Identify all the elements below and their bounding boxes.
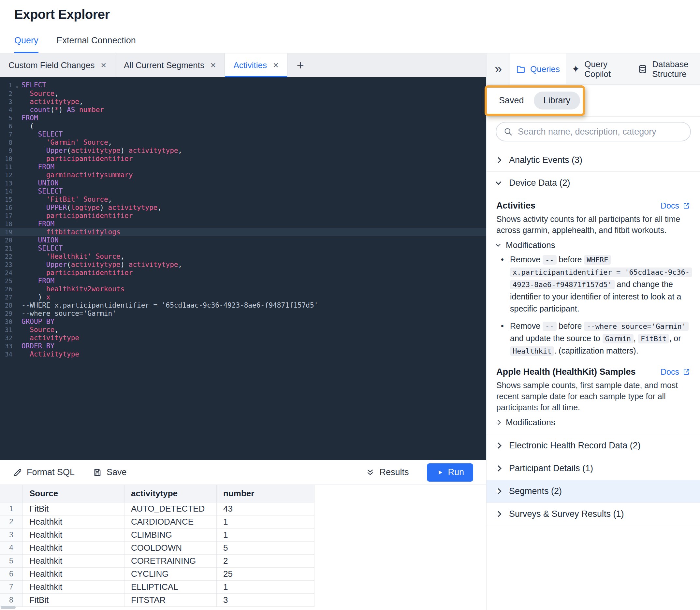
code-line[interactable]: 21 SELECT	[0, 244, 486, 253]
tab-queries[interactable]: Queries	[510, 53, 566, 84]
fold-chevron-icon[interactable]: ⌄	[12, 81, 21, 90]
table-row[interactable]: 3HealthkitCLIMBING1	[0, 529, 315, 542]
add-tab-button[interactable]: +	[287, 53, 313, 77]
docs-link-apple-health[interactable]: Docs	[661, 367, 690, 377]
code-line[interactable]: 3 activitytype,	[0, 98, 486, 106]
inline-code: --	[543, 322, 557, 331]
close-icon[interactable]: ✕	[273, 61, 279, 70]
page-title: Export Explorer	[14, 7, 110, 22]
code-line[interactable]: 1⌄SELECT	[0, 81, 486, 90]
tab-external-connection[interactable]: External Connection	[57, 29, 136, 53]
toggle-library[interactable]: Library	[534, 92, 580, 110]
code-line[interactable]: 24 participantidentifier	[0, 269, 486, 277]
run-button[interactable]: Run	[427, 463, 473, 482]
code-line[interactable]: 11 FROM	[0, 163, 486, 171]
editor-tab-label: All Current Segments	[124, 60, 204, 70]
code-line[interactable]: 22 'Healthkit' Source,	[0, 253, 486, 261]
table-row[interactable]: 2HealthkitCARDIODANCE1	[0, 515, 315, 529]
code-line[interactable]: 13 UNION	[0, 179, 486, 187]
table-row[interactable]: 5HealthkitCORETRAINING2	[0, 555, 315, 568]
tab-query-copilot[interactable]: ✦ Query Copilot	[566, 53, 632, 84]
table-row[interactable]: 1FitBitAUTO_DETECTED43	[0, 502, 315, 515]
code-line[interactable]: 19 fitbitactivitylogs	[0, 228, 486, 236]
section-device-data[interactable]: Device Data (2)	[487, 172, 700, 194]
line-number: 15	[0, 195, 12, 204]
code-text: Upper(activitytype) activitytype,	[21, 147, 182, 155]
table-cell: FitBit	[23, 502, 125, 515]
table-cell: 1	[217, 529, 315, 542]
code-line[interactable]: 25 FROM	[0, 277, 486, 285]
editor-tab-all-current-segments[interactable]: All Current Segments ✕	[115, 53, 225, 77]
code-line[interactable]: 17 participantidentifier	[0, 212, 486, 220]
section-analytic-events[interactable]: Analytic Events (3)	[487, 149, 700, 172]
column-header-source[interactable]: Source	[23, 485, 125, 502]
editor-tab-label: Custom Field Changes	[9, 60, 95, 70]
results-toggle-button[interactable]: Results	[366, 467, 409, 477]
code-line[interactable]: 33ORDER BY	[0, 342, 486, 350]
main-area: Custom Field Changes ✕ All Current Segme…	[0, 53, 700, 610]
line-number: 4	[0, 106, 12, 114]
search-input[interactable]	[518, 127, 683, 137]
table-row[interactable]: 4HealthkitCOOLDOWN5	[0, 542, 315, 555]
format-sql-button[interactable]: Format SQL	[13, 467, 75, 477]
column-header-activitytype[interactable]: activitytype	[125, 485, 217, 502]
code-line[interactable]: 20 UNION	[0, 236, 486, 244]
view-toggle-row: Saved Library	[487, 85, 700, 117]
code-line[interactable]: 12 garminactivitysummary	[0, 171, 486, 179]
line-number: 8	[0, 139, 12, 147]
code-line[interactable]: 18 FROM	[0, 220, 486, 228]
section-electronic-health-record-data[interactable]: Electronic Health Record Data (2)	[487, 434, 700, 457]
code-line[interactable]: 4 count(*) AS number	[0, 106, 486, 114]
close-icon[interactable]: ✕	[210, 61, 216, 70]
code-line[interactable]: 2 Source,	[0, 90, 486, 98]
code-line[interactable]: 34 Activitytype	[0, 350, 486, 358]
line-number: 2	[0, 90, 12, 98]
section-surveys-survey-results[interactable]: Surveys & Survey Results (1)	[487, 502, 700, 525]
section-segments[interactable]: Segments (2)	[487, 480, 700, 502]
database-icon	[638, 64, 648, 74]
horizontal-scrollbar[interactable]	[1, 606, 16, 609]
code-line[interactable]: 15 'FitBit' Source,	[0, 195, 486, 204]
code-line[interactable]: 30GROUP BY	[0, 318, 486, 326]
line-number: 28	[0, 301, 12, 309]
code-line[interactable]: 8 'Garmin' Source,	[0, 139, 486, 147]
code-line[interactable]: 5FROM	[0, 114, 486, 122]
toggle-saved[interactable]: Saved	[499, 95, 524, 106]
code-line[interactable]: 27 ) x	[0, 293, 486, 301]
code-line[interactable]: 23 Upper(activitytype) activitytype,	[0, 261, 486, 269]
code-line[interactable]: 16 UPPER(logtype) activitytype,	[0, 204, 486, 212]
sql-editor[interactable]: 1⌄SELECT2 Source,3 activitytype,4 count(…	[0, 77, 486, 460]
editor-tab-custom-field-changes[interactable]: Custom Field Changes ✕	[0, 53, 115, 77]
tab-query[interactable]: Query	[14, 29, 38, 53]
table-row[interactable]: 7HealthkitELLIPTICAL1	[0, 581, 315, 594]
code-line[interactable]: 32 activitytype	[0, 334, 486, 342]
modifications-toggle-activities[interactable]: Modifications	[496, 240, 690, 250]
code-line[interactable]: 31 Source,	[0, 326, 486, 334]
inline-code: Garmin	[603, 334, 634, 343]
column-header-number[interactable]: number	[217, 485, 315, 502]
code-text: GROUP BY	[21, 318, 54, 326]
search-box[interactable]	[496, 122, 691, 141]
code-line[interactable]: 7 SELECT	[0, 130, 486, 139]
docs-link-activities[interactable]: Docs	[661, 201, 690, 210]
code-line[interactable]: 14 SELECT	[0, 187, 486, 195]
code-line[interactable]: 10 participantidentifier	[0, 155, 486, 163]
code-line[interactable]: 9 Upper(activitytype) activitytype,	[0, 147, 486, 155]
modifications-toggle-apple-health[interactable]: Modifications	[496, 417, 690, 428]
table-cell: Healthkit	[23, 515, 125, 529]
close-icon[interactable]: ✕	[100, 61, 106, 70]
editor-tab-activities[interactable]: Activities ✕	[225, 53, 287, 77]
table-row[interactable]: 8FitBitFITSTAR3	[0, 594, 315, 607]
results-body: 1FitBitAUTO_DETECTED432HealthkitCARDIODA…	[0, 502, 486, 607]
table-row[interactable]: 6HealthkitCYCLING25	[0, 568, 315, 581]
double-chevron-down-icon	[366, 468, 375, 477]
section-participant-details[interactable]: Participant Details (1)	[487, 457, 700, 480]
code-line[interactable]: 26 healthkitv2workouts	[0, 285, 486, 293]
code-line[interactable]: 6 (	[0, 122, 486, 130]
tab-database-structure[interactable]: Database Structure	[632, 53, 700, 84]
collapse-panel-button[interactable]: »	[487, 53, 510, 84]
save-button[interactable]: Save	[93, 467, 127, 477]
code-line[interactable]: 28--WHERE x.participantidentifier = '65c…	[0, 301, 486, 309]
code-line[interactable]: 29--where source='Garmin'	[0, 309, 486, 318]
line-number: 7	[0, 130, 12, 139]
